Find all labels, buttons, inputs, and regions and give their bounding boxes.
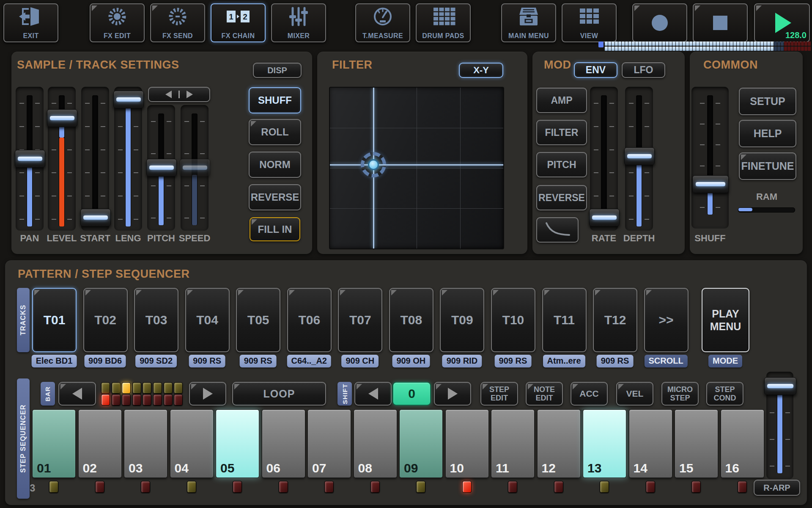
sequencer-level-fader-handle[interactable]: [764, 377, 796, 395]
toolbar-button-fx-chain[interactable]: 12FX CHAIN: [211, 3, 266, 42]
sample-speed-fader-handle[interactable]: [180, 159, 210, 177]
sample-speed-fader-fill: [192, 175, 197, 225]
vel-button[interactable]: VEL: [616, 382, 653, 406]
mod-filter-button[interactable]: FILTER: [536, 120, 587, 145]
xy-cursor-dot[interactable]: [368, 159, 379, 170]
xy-pad[interactable]: [329, 87, 504, 249]
acc-button[interactable]: ACC: [571, 382, 608, 406]
step-pad-02[interactable]: 02: [78, 409, 122, 478]
track-button-t12[interactable]: T12: [593, 288, 637, 352]
toolbar-button-main-menu[interactable]: MAIN MENU: [501, 3, 556, 42]
track-button-t04[interactable]: T04: [185, 288, 230, 352]
step-pad-08[interactable]: 08: [354, 409, 397, 478]
toolbar-button-label: FX SEND: [151, 32, 204, 40]
xy-mode-button[interactable]: X-Y: [459, 63, 503, 78]
r-arp-button[interactable]: R-ARP: [754, 480, 800, 496]
mod-rate-fader-handle[interactable]: [589, 209, 620, 226]
toolbar-button-fx-edit[interactable]: FX EDIT: [90, 3, 145, 42]
common-panel-title: COMMON: [703, 58, 758, 72]
sample-leng-fader-handle[interactable]: [113, 91, 144, 108]
play-menu-button[interactable]: PLAY MENU: [702, 288, 749, 352]
track-button-t08[interactable]: T08: [389, 288, 433, 352]
common-finetune-button[interactable]: FINETUNE: [739, 152, 796, 180]
step-pad-07[interactable]: 07: [307, 409, 351, 478]
long-press-corner: [618, 384, 624, 389]
shift-next-button[interactable]: [434, 382, 471, 406]
step-pad-13[interactable]: 13: [583, 409, 626, 478]
step-pad-number: 16: [725, 461, 739, 475]
step-pad-number: 04: [175, 461, 189, 475]
mod-tab-env[interactable]: ENV: [574, 62, 617, 78]
transport-stop-button[interactable]: [693, 3, 748, 42]
common-help-button[interactable]: HELP: [739, 120, 796, 147]
track-scroll-button[interactable]: >>: [644, 288, 689, 352]
step-pad-10[interactable]: 10: [445, 409, 489, 478]
transport-play-button[interactable]: 128.0: [754, 3, 810, 42]
track-button-t01[interactable]: T01: [32, 288, 77, 352]
sample-level-fader-handle[interactable]: [47, 109, 77, 127]
track-button-t05[interactable]: T05: [236, 288, 280, 352]
mod-tab-lfo[interactable]: LFO: [622, 62, 665, 78]
reverse-button[interactable]: REVERSE: [249, 184, 301, 210]
step-pad-14[interactable]: 14: [629, 409, 672, 478]
track-button-t11[interactable]: T11: [542, 288, 587, 352]
fader-led: [116, 97, 141, 102]
disp-button[interactable]: DISP: [253, 63, 302, 78]
tick: [118, 196, 123, 196]
tick: [67, 172, 72, 173]
track-button-t03[interactable]: T03: [134, 288, 178, 352]
fill-in-button[interactable]: FILL IN: [250, 217, 300, 241]
tick: [645, 126, 649, 127]
shift-previous-button[interactable]: [354, 382, 392, 406]
sample-pitch-fader-handle[interactable]: [146, 159, 177, 177]
bar-next-button[interactable]: [189, 382, 226, 406]
sample-start-fader-handle[interactable]: [80, 209, 111, 226]
toolbar-button-mixer[interactable]: MIXER: [271, 3, 326, 42]
step-pad-04[interactable]: 04: [170, 409, 214, 478]
step-pad-09[interactable]: 09: [399, 409, 443, 478]
loop-button[interactable]: LOOP: [232, 382, 326, 406]
tick: [19, 196, 24, 196]
track-button-t07[interactable]: T07: [338, 288, 382, 352]
mod-reverse-button[interactable]: REVERSE: [536, 185, 587, 210]
norm-button[interactable]: NORM: [249, 152, 301, 178]
track-button-t10[interactable]: T10: [491, 288, 535, 352]
transport-record-button[interactable]: [632, 3, 687, 42]
step-pad-01[interactable]: 01: [32, 409, 76, 478]
step-pad-03[interactable]: 03: [124, 409, 167, 478]
mod-depth-fader-handle[interactable]: [624, 147, 655, 165]
shift-value-display[interactable]: 0: [392, 382, 431, 406]
track-button-t06[interactable]: T06: [287, 288, 332, 352]
roll-button[interactable]: ROLL: [249, 119, 301, 145]
vu-meter-segment: [689, 47, 692, 51]
step-pad-16[interactable]: 16: [721, 409, 764, 478]
common-shuff-fader-handle[interactable]: [692, 175, 729, 193]
step-pad-12[interactable]: 12: [537, 409, 581, 478]
step-edit-button[interactable]: STEP EDIT: [480, 382, 518, 406]
vu-meter-segment: [605, 41, 608, 46]
step-cond-button[interactable]: STEP COND: [706, 382, 743, 406]
shuff-button[interactable]: SHUFF: [249, 87, 301, 113]
bar-previous-button[interactable]: [58, 382, 96, 406]
mod-envelope-shape-button[interactable]: [536, 217, 579, 243]
toolbar-button-fx-send[interactable]: FX SEND: [150, 3, 205, 42]
mod-pitch-button[interactable]: PITCH: [536, 152, 587, 177]
toolbar-button-exit[interactable]: EXIT: [3, 3, 58, 42]
step-pad-number: 12: [542, 461, 556, 475]
note-edit-button[interactable]: NOTE EDIT: [526, 382, 563, 406]
toolbar-button-drum-pads[interactable]: DRUM PADS: [416, 3, 471, 42]
step-pad-11[interactable]: 11: [491, 409, 535, 478]
toolbar-button-view[interactable]: VIEW: [562, 3, 617, 42]
toolbar-button-t-measure[interactable]: T.MEASURE: [355, 3, 410, 42]
mod-amp-button[interactable]: AMP: [536, 88, 587, 113]
step-pad-15[interactable]: 15: [675, 409, 718, 478]
common-setup-button[interactable]: SETUP: [739, 88, 796, 115]
step-pad-06[interactable]: 06: [262, 409, 305, 478]
step-pad-05[interactable]: 05: [216, 409, 259, 478]
sample-prev-next-button[interactable]: [148, 87, 210, 102]
tick: [700, 124, 705, 124]
sample-pan-fader-handle[interactable]: [15, 150, 45, 168]
micro-step-button[interactable]: MICRO STEP: [661, 382, 699, 406]
track-button-t02[interactable]: T02: [83, 288, 128, 352]
track-button-t09[interactable]: T09: [440, 288, 484, 352]
